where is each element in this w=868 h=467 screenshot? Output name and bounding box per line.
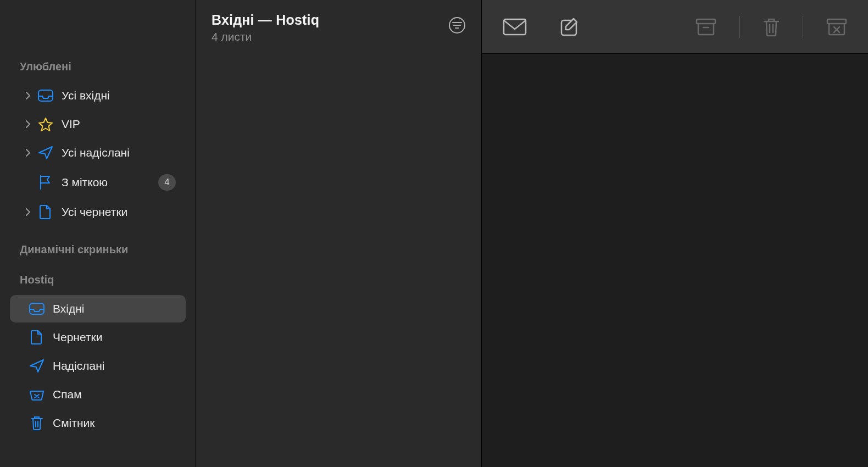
chevron-right-icon[interactable] <box>23 120 33 128</box>
inbox-icon <box>37 88 54 103</box>
sidebar-item-trash[interactable]: Смітник <box>10 409 186 437</box>
toolbar <box>482 0 868 54</box>
trash-icon <box>29 416 45 430</box>
junk-button[interactable] <box>826 18 847 36</box>
message-list-header: Вхідні — Hostiq 4 листи <box>196 0 481 53</box>
archive-button[interactable] <box>695 18 716 36</box>
sidebar-item-spam[interactable]: Спам <box>10 381 186 408</box>
message-list-title: Вхідні — Hostiq <box>212 12 319 28</box>
sidebar-item-flagged[interactable]: З міткою 4 <box>10 168 186 197</box>
filter-button[interactable] <box>448 16 466 34</box>
sidebar-item-label: Вхідні <box>53 302 176 315</box>
sidebar-item-all-sent[interactable]: Усі надіслані <box>10 139 186 166</box>
sidebar-item-label: Усі надіслані <box>62 146 176 159</box>
sidebar-item-label: Спам <box>53 388 176 401</box>
delete-button[interactable] <box>763 17 780 37</box>
svg-rect-5 <box>697 19 715 24</box>
sidebar-item-sent[interactable]: Надіслані <box>10 352 186 380</box>
sidebar-item-label: Усі вхідні <box>62 89 176 102</box>
inbox-icon <box>29 302 45 316</box>
toolbar-divider <box>739 16 740 38</box>
account-section-header: Hostiq <box>0 268 196 292</box>
chevron-right-icon[interactable] <box>23 208 33 216</box>
flag-icon <box>37 175 54 190</box>
sent-icon <box>29 359 45 373</box>
sidebar-item-label: Усі чернетки <box>62 205 176 219</box>
reading-pane <box>482 0 868 467</box>
toolbar-divider <box>803 16 803 38</box>
sidebar-item-inbox[interactable]: Вхідні <box>10 295 186 323</box>
document-icon <box>29 330 45 344</box>
chevron-right-icon[interactable] <box>23 149 33 157</box>
sidebar-item-vip[interactable]: VIP <box>10 110 186 138</box>
sidebar-item-drafts[interactable]: Чернетки <box>10 324 186 351</box>
spam-icon <box>29 387 45 402</box>
message-list-pane: Вхідні — Hostiq 4 листи <box>196 0 482 467</box>
count-badge: 4 <box>158 174 176 191</box>
sidebar: Улюблені Усі вхідні VIP Усі надіслані <box>0 0 196 467</box>
svg-rect-3 <box>504 19 526 35</box>
svg-rect-6 <box>827 19 846 24</box>
compose-button[interactable] <box>560 17 580 37</box>
sidebar-item-label: VIP <box>62 118 176 131</box>
get-mail-button[interactable] <box>503 18 527 36</box>
favorites-section-header: Улюблені <box>0 55 196 79</box>
sidebar-item-all-inboxes[interactable]: Усі вхідні <box>10 82 186 109</box>
reading-pane-content <box>482 54 868 467</box>
sent-icon <box>37 146 54 160</box>
sidebar-item-label: Чернетки <box>53 331 176 344</box>
message-list-count: 4 листи <box>212 30 319 43</box>
document-icon <box>37 205 54 219</box>
sidebar-item-all-drafts[interactable]: Усі чернетки <box>10 198 186 226</box>
sidebar-item-label: З міткою <box>62 176 158 189</box>
sidebar-item-label: Смітник <box>53 416 176 430</box>
chevron-right-icon[interactable] <box>23 92 33 99</box>
sidebar-item-label: Надіслані <box>53 359 176 373</box>
star-icon <box>37 117 54 131</box>
dynamic-mailboxes-section-header: Динамічні скриньки <box>0 238 196 262</box>
